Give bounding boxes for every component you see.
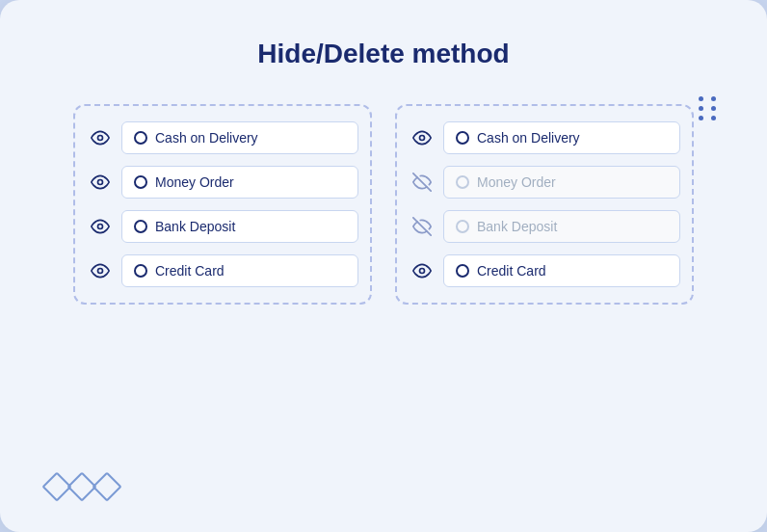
radio-circle bbox=[134, 131, 147, 145]
dot bbox=[711, 116, 716, 120]
diamond-icon bbox=[92, 471, 121, 501]
method-label-cod-right: Cash on Delivery bbox=[443, 121, 680, 154]
method-row: Money Order bbox=[87, 166, 358, 199]
radio-circle bbox=[456, 131, 469, 145]
diamond-decoration bbox=[46, 476, 118, 497]
radio-circle bbox=[134, 175, 147, 189]
method-row: Bank Deposit bbox=[87, 210, 358, 243]
eye-icon[interactable] bbox=[87, 213, 114, 240]
dot bbox=[711, 96, 716, 101]
svg-point-0 bbox=[98, 136, 103, 141]
radio-circle bbox=[456, 175, 469, 189]
method-text: Cash on Delivery bbox=[155, 130, 258, 146]
method-label-bd-right: Bank Deposit bbox=[443, 210, 680, 243]
page-title: Hide/Delete method bbox=[48, 39, 719, 69]
method-row-hidden: Money Order bbox=[409, 166, 680, 199]
method-row: Credit Card bbox=[87, 254, 358, 287]
method-text: Bank Deposit bbox=[155, 219, 235, 234]
svg-point-1 bbox=[98, 180, 103, 185]
column-right: Cash on Delivery Money Order bbox=[395, 104, 694, 305]
eye-hidden-icon[interactable] bbox=[409, 169, 436, 196]
eye-icon[interactable] bbox=[409, 124, 436, 151]
svg-point-4 bbox=[420, 136, 425, 141]
method-text: Credit Card bbox=[477, 263, 546, 279]
method-row: Cash on Delivery bbox=[409, 121, 680, 154]
method-text: Cash on Delivery bbox=[477, 130, 580, 146]
dot bbox=[699, 96, 703, 101]
svg-point-7 bbox=[420, 269, 425, 274]
eye-icon[interactable] bbox=[409, 257, 436, 284]
dots-decoration bbox=[699, 96, 719, 120]
method-label-cc-right: Credit Card bbox=[443, 254, 680, 287]
eye-icon[interactable] bbox=[87, 257, 114, 284]
columns-container: Cash on Delivery Money Order bbox=[48, 104, 719, 305]
radio-circle bbox=[456, 220, 469, 233]
main-card: Hide/Delete method Cash on Delivery bbox=[0, 0, 767, 532]
eye-icon[interactable] bbox=[87, 124, 114, 151]
radio-circle bbox=[456, 264, 469, 278]
svg-point-2 bbox=[98, 225, 103, 229]
method-row: Credit Card bbox=[409, 254, 680, 287]
method-row-hidden: Bank Deposit bbox=[409, 210, 680, 243]
method-label-mo-left: Money Order bbox=[121, 166, 358, 199]
dot bbox=[699, 116, 703, 120]
eye-icon[interactable] bbox=[87, 169, 114, 196]
method-label-mo-right: Money Order bbox=[443, 166, 680, 199]
radio-circle bbox=[134, 264, 147, 278]
method-label-cc-left: Credit Card bbox=[121, 254, 358, 287]
dot bbox=[699, 106, 703, 111]
method-row: Cash on Delivery bbox=[87, 121, 358, 154]
dot bbox=[711, 106, 716, 111]
radio-circle bbox=[134, 220, 147, 233]
method-label-bd-left: Bank Deposit bbox=[121, 210, 358, 243]
svg-point-3 bbox=[98, 269, 103, 274]
method-text: Money Order bbox=[477, 174, 556, 190]
column-left: Cash on Delivery Money Order bbox=[73, 104, 372, 305]
method-label-cod-left: Cash on Delivery bbox=[121, 121, 358, 154]
method-text: Bank Deposit bbox=[477, 219, 557, 234]
method-text: Credit Card bbox=[155, 263, 225, 279]
eye-hidden-icon[interactable] bbox=[409, 213, 436, 240]
method-text: Money Order bbox=[155, 174, 234, 190]
